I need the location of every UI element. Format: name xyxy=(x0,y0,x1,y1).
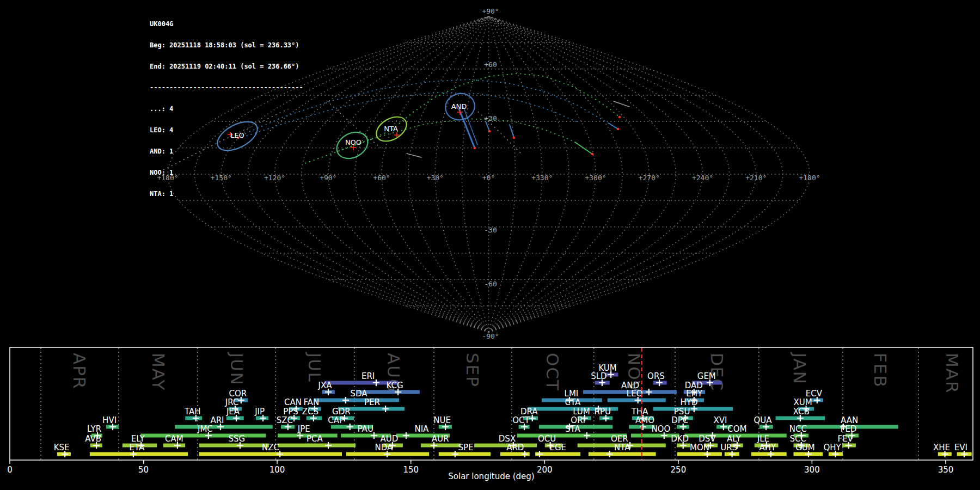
map-longitude-label: +0° xyxy=(482,174,495,182)
shower-peak-marker xyxy=(607,451,613,457)
axis-tick-label: 100 xyxy=(270,465,285,475)
shower-label: NDA xyxy=(375,443,394,452)
shower-label: QUA xyxy=(754,415,772,425)
shower-label: GUM xyxy=(795,443,815,452)
shower-dpc: DPC xyxy=(671,415,689,430)
shower-label: OCT xyxy=(512,415,530,425)
shower-label: EVI xyxy=(954,443,967,452)
shower-label: RPU xyxy=(595,407,611,416)
map-latitude-label: -90° xyxy=(482,332,499,340)
shower-label: FED xyxy=(841,424,857,434)
shower-ege: EGE xyxy=(535,443,580,457)
shower-nue: NUE xyxy=(433,415,452,430)
shower-oct: OCT xyxy=(512,415,530,430)
shower-label: ETA xyxy=(129,443,144,452)
month-label: OCT xyxy=(543,353,562,391)
shower-label: CAP xyxy=(328,415,344,425)
shower-label: JMC xyxy=(197,424,213,434)
shower-bar xyxy=(439,452,491,456)
count-line-nta: NTA: 1 xyxy=(150,191,303,198)
shower-label: SPE xyxy=(458,443,473,452)
shower-label: NZC xyxy=(262,443,279,452)
observation-info-block: UK004G Beg: 20251118 18:58:03 (sol = 236… xyxy=(150,7,303,205)
shower-label: CAN xyxy=(284,397,302,407)
month-label: MAY xyxy=(149,353,168,391)
shower-hvi: HVI xyxy=(102,415,119,430)
trail-endpoint xyxy=(618,116,621,119)
month-label: SEP xyxy=(463,353,482,388)
map-latitude-label: -30 xyxy=(484,226,497,234)
shower-label: NOO xyxy=(651,424,670,434)
shower-szc: SZC xyxy=(277,415,295,430)
shower-label: AUR xyxy=(432,434,449,444)
trail-endpoint xyxy=(617,128,620,131)
axis-tick-label: 150 xyxy=(403,465,419,475)
shower-xcb: XCB xyxy=(776,407,825,421)
shower-label: TAH xyxy=(184,407,201,416)
shower-label: COM xyxy=(727,424,746,434)
shower-label: KSE xyxy=(54,443,70,452)
radiant-drift-curve xyxy=(478,112,522,154)
shower-label: XUM xyxy=(793,397,812,407)
obs-end-line: End: 20251119 02:40:11 (sol = 236.66°) xyxy=(150,63,303,70)
map-latitude-label: +60 xyxy=(484,60,497,69)
shower-peak-marker xyxy=(403,432,409,439)
trail-endpoint xyxy=(474,147,476,150)
shower-label: PAU xyxy=(358,424,373,434)
shower-label: XVI xyxy=(713,415,727,425)
map-longitude-label: +300° xyxy=(585,174,606,182)
shower-bar xyxy=(517,434,627,438)
shower-bar xyxy=(421,444,461,448)
shower-label: NUE xyxy=(433,415,451,425)
shower-label: HVI xyxy=(102,415,117,425)
shower-label: JPE xyxy=(297,424,310,434)
meteor-trail xyxy=(407,154,421,157)
shower-tah: TAH xyxy=(184,407,202,421)
shower-peak-marker xyxy=(452,451,458,457)
map-longitude-label: +240° xyxy=(692,174,713,182)
map-longitude-label: +180° xyxy=(799,174,820,182)
shower-peak-marker xyxy=(347,424,353,430)
shower-bar xyxy=(199,452,342,456)
shower-label: SLD xyxy=(591,371,607,381)
map-longitude-label: +270° xyxy=(639,174,660,182)
shower-label: FAN xyxy=(304,397,320,407)
shower-label: NTA xyxy=(614,443,630,452)
shower-label: PCA xyxy=(307,434,323,444)
shower-bar xyxy=(199,444,269,448)
shower-label: JEA xyxy=(226,407,240,416)
shower-bar xyxy=(278,444,356,448)
month-label: JUN xyxy=(227,352,247,386)
shower-ors: ORS xyxy=(647,371,667,386)
shower-dkd: DKD xyxy=(671,434,690,449)
map-longitude-label: +210° xyxy=(745,174,767,182)
month-label: MAR xyxy=(942,353,962,394)
shower-bar xyxy=(474,444,537,448)
shower-peak-marker xyxy=(325,442,332,449)
meteor-trail xyxy=(609,124,618,129)
month-label: FEB xyxy=(871,353,890,388)
shower-kse: KSE xyxy=(54,443,71,457)
shower-peak-marker xyxy=(382,406,389,412)
meteor-trail xyxy=(614,101,629,107)
shower-label: ARD xyxy=(506,443,524,452)
axis-tick-label: 300 xyxy=(804,465,820,475)
shower-label: GEM xyxy=(697,371,716,381)
shower-label: PER xyxy=(364,397,380,407)
shower-label: XCB xyxy=(793,407,810,416)
shower-label: HYD xyxy=(681,397,698,407)
shower-label: CAM xyxy=(165,434,183,444)
radiant-label: NTA xyxy=(384,125,398,133)
shower-bar xyxy=(677,452,722,456)
shower-label: ZCS xyxy=(302,407,318,416)
shower-gum: GUM xyxy=(794,443,823,457)
shower-label: URS xyxy=(720,443,737,452)
month-label: APR xyxy=(70,353,89,389)
radiant-noo: NOO xyxy=(332,127,372,163)
shower-label: QHY xyxy=(823,443,841,452)
axis-tick-label: 50 xyxy=(138,465,149,475)
shower-label: ERI xyxy=(362,371,375,381)
activity-timeline-chart: APRMAYJUNJULAUGSEPOCTNOVDECJANFEBMARKUME… xyxy=(7,347,973,481)
shower-cam: CAM xyxy=(163,434,185,449)
axis-tick-label: 200 xyxy=(537,465,553,475)
